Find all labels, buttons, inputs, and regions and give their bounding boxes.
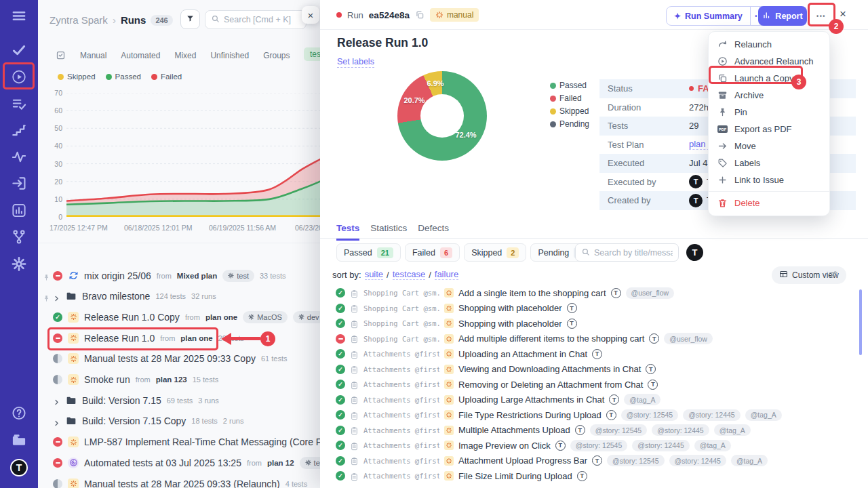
sort-by-testcase[interactable]: testcase	[393, 269, 425, 280]
test-tag[interactable]: @story: 12445	[632, 440, 689, 451]
test-row[interactable]: ✓Attachments @firstViewing and Downloadi…	[320, 362, 860, 378]
sign-in-icon[interactable]	[12, 176, 27, 191]
menu-item-launch-a-copy[interactable]: Launch a Copy	[709, 70, 829, 87]
menu-item-pin[interactable]: Pin	[709, 104, 829, 121]
sort-by-suite[interactable]: suite	[365, 269, 383, 280]
run-plan-link[interactable]: plan 123	[156, 375, 187, 384]
run-row[interactable]: ✓Release Run 1.0 Copyfromplan oneMacOSde…	[38, 306, 320, 327]
run-tag[interactable]: test	[300, 457, 320, 469]
run-summary-button[interactable]: ✦ Run Summary	[667, 7, 750, 25]
test-row[interactable]: Shopping Cart @sm...Add multiple differe…	[320, 331, 860, 347]
test-row[interactable]: ✓Shopping Cart @sm...Shopping with place…	[320, 301, 860, 317]
run-row[interactable]: mix origin 25/06fromMixed plantest33 tes…	[38, 265, 320, 286]
test-tag[interactable]: @story: 12445	[652, 424, 709, 436]
breadcrumb-section[interactable]: Runs	[121, 14, 146, 26]
run-tag[interactable]: MacOS	[243, 311, 288, 323]
test-tag[interactable]: @tag_A	[731, 455, 768, 466]
test-tag[interactable]: @story: 12445	[669, 455, 726, 466]
test-row[interactable]: ✓Attachments @firstUploading an Attachme…	[320, 346, 860, 362]
chevron-right-icon[interactable]	[53, 396, 60, 404]
menu-item-delete[interactable]: Delete	[709, 195, 829, 211]
chevron-right-icon[interactable]	[53, 293, 60, 300]
branch-icon[interactable]	[12, 229, 27, 245]
run-row[interactable]: Automated tests at 03 Jul 2025 13:25from…	[38, 452, 320, 473]
select-runs-icon[interactable]	[56, 50, 66, 60]
tab-groups[interactable]: Groups	[263, 51, 290, 60]
close-run-panel-button[interactable]: ×	[840, 7, 846, 21]
menu-item-labels[interactable]: Labels	[709, 155, 829, 171]
play-icon[interactable]	[12, 69, 27, 85]
user-avatar[interactable]: T	[10, 459, 28, 476]
runs-search-input[interactable]	[224, 15, 300, 24]
help-icon[interactable]	[12, 405, 27, 421]
test-tag[interactable]: @tag_A	[624, 394, 660, 405]
test-tag[interactable]: @tag_A	[745, 409, 782, 421]
run-row[interactable]: Manual tests at 28 Mar 2025 09:33 (Relau…	[38, 473, 320, 488]
assignee-avatar[interactable]: T	[686, 244, 703, 261]
run-row-highlighted[interactable]: Release Run 1.0fromplan one29 tests	[38, 327, 320, 348]
menu-icon[interactable]	[12, 8, 27, 24]
breadcrumb-project[interactable]: Zyntra Spark	[50, 14, 108, 26]
test-tag[interactable]: @story: 12545	[590, 424, 647, 436]
run-row[interactable]: Build: Version 7.15 Copy18 tests2 runs	[38, 411, 320, 432]
run-row[interactable]: Bravo milestone124 tests32 runs	[38, 286, 320, 307]
test-row[interactable]: ✓Shopping Cart @sm...Add a single item t…	[320, 285, 860, 301]
tab-mixed[interactable]: Mixed	[174, 51, 196, 60]
tests-search-input[interactable]	[594, 248, 673, 258]
gear-icon[interactable]	[12, 256, 27, 272]
run-row[interactable]: Manual tests at 28 Mar 2025 09:33 Copy61…	[38, 348, 320, 369]
filter-skipped[interactable]: Skipped2	[464, 243, 526, 262]
test-row[interactable]: ✓Shopping Cart @sm...Shopping with place…	[320, 316, 860, 331]
tab-automated[interactable]: Automated	[121, 51, 160, 60]
test-tag[interactable]: @story: 12545	[570, 440, 627, 451]
tab-badge-tes[interactable]: tes	[304, 47, 320, 61]
test-tag[interactable]: @story: 12545	[607, 455, 664, 466]
close-runs-popover-button[interactable]: ×	[302, 6, 319, 24]
test-tag[interactable]: @user_flow	[664, 333, 713, 344]
filter-failed[interactable]: Failed6	[405, 243, 460, 262]
sliders-icon[interactable]	[828, 269, 839, 280]
pulse-icon[interactable]	[12, 149, 27, 165]
test-tag[interactable]: @tag_A	[694, 440, 731, 451]
test-row[interactable]: ✓Attachments @firstMultiple Attachments …	[320, 423, 860, 439]
run-row[interactable]: LMP-587 Implement Real-Time Chat Messagi…	[38, 432, 320, 453]
menu-item-move[interactable]: Move	[709, 138, 829, 155]
menu-item-link-to-issue[interactable]: Link to Issue	[709, 171, 829, 188]
menu-item-export-as-pdf[interactable]: PDFExport as PDF	[709, 121, 829, 138]
test-row[interactable]: ✓Attachments @firstFile Type Restriction…	[320, 407, 860, 423]
check-icon[interactable]	[12, 42, 27, 58]
filter-passed[interactable]: Passed21	[336, 243, 401, 262]
run-row[interactable]: Smoke runfromplan 12315 tests	[38, 369, 320, 390]
chevron-right-icon[interactable]	[53, 418, 60, 425]
test-row[interactable]: ✓Attachments @firstFile Size Limit Durin…	[320, 468, 860, 484]
run-tag[interactable]: dev	[293, 311, 320, 323]
copy-run-id-icon[interactable]	[415, 10, 425, 20]
test-tag[interactable]: @story: 12445	[683, 409, 740, 421]
test-row[interactable]: ✓Attachments @firstImage Preview on Clic…	[320, 438, 860, 453]
run-tag[interactable]: test	[222, 270, 254, 282]
test-row[interactable]: ✓Attachments @firstRemoving or Deleting …	[320, 377, 860, 392]
run-plan-link[interactable]: plan 12	[267, 459, 294, 467]
tab-manual[interactable]: Manual	[80, 51, 106, 60]
tab-unfinished[interactable]: Unfinished	[210, 51, 249, 60]
menu-item-advanced-relaunch[interactable]: Advanced Relaunch	[709, 53, 829, 70]
menu-item-archive[interactable]: Archive	[709, 87, 829, 104]
tests-scrollbar[interactable]	[859, 289, 862, 355]
run-more-actions-button[interactable]: •••	[811, 7, 831, 25]
test-row[interactable]: ✓Attachments @firstUploading Large Attac…	[320, 392, 860, 408]
set-labels-link[interactable]: Set labels	[337, 57, 374, 68]
report-button[interactable]: Report	[758, 6, 807, 26]
sort-by-failure[interactable]: failure	[435, 269, 458, 280]
test-tag[interactable]: @tag_A	[714, 424, 751, 436]
filter-button[interactable]	[180, 9, 200, 29]
steps-icon[interactable]	[12, 123, 27, 138]
run-row[interactable]: Build: Version 7.1569 tests3 runs	[38, 390, 320, 411]
run-plan-link[interactable]: plan one	[180, 334, 212, 342]
folder-open-icon[interactable]	[12, 432, 27, 448]
list-check-icon[interactable]	[12, 96, 27, 112]
bar-chart-icon[interactable]	[12, 203, 27, 218]
run-plan-link[interactable]: plan one	[205, 313, 237, 321]
test-tag[interactable]: @user_flow	[626, 287, 675, 299]
run-plan-link[interactable]: Mixed plan	[177, 272, 217, 280]
test-row[interactable]: ✓Attachments @firstAttachment Upload Pro…	[320, 453, 860, 469]
